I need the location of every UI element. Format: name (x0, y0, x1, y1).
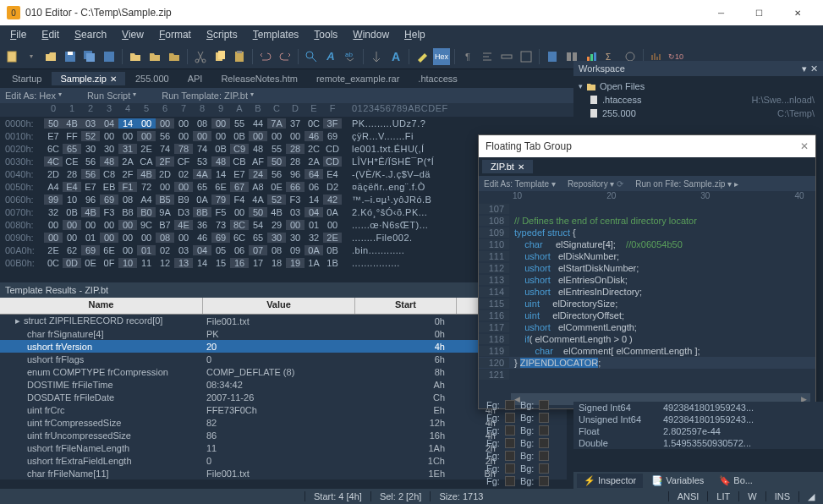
undo-icon[interactable] (257, 48, 274, 65)
hex-byte[interactable]: 55 (230, 118, 249, 129)
grid-icon[interactable] (518, 48, 535, 65)
hex-mode-icon[interactable]: Hex (433, 48, 450, 65)
hex-byte[interactable]: 00 (137, 118, 156, 129)
hex-ascii[interactable]: ........File002. (352, 233, 413, 243)
hex-byte[interactable]: 72 (137, 182, 156, 192)
hex-byte[interactable]: 00 (118, 245, 137, 255)
document-tab[interactable]: Startup (3, 72, 50, 85)
hex-byte[interactable]: 0C (44, 258, 63, 268)
run-script-dropdown[interactable]: Run Script ▾ (87, 90, 136, 101)
hex-byte[interactable]: 30 (81, 144, 100, 154)
hex-byte[interactable]: 48 (211, 156, 230, 167)
hex-byte[interactable]: AF (249, 156, 267, 167)
minimize-button[interactable]: ─ (702, 0, 740, 25)
code-line[interactable]: // Defines the end of central directory … (509, 216, 697, 226)
status-w[interactable]: W (738, 491, 765, 501)
hex-byte[interactable]: B5 (156, 194, 174, 205)
status-ins[interactable]: INS (765, 491, 798, 501)
document-tab[interactable]: 255.000 (127, 72, 178, 85)
hex-byte[interactable]: 42 (323, 194, 342, 205)
hex-byte[interactable]: 56 (267, 169, 286, 179)
hex-byte[interactable]: 2A (305, 156, 323, 167)
hex-byte[interactable]: 24 (249, 169, 267, 179)
cut-icon[interactable] (192, 48, 209, 65)
edit-as-dropdown[interactable]: Edit As: Hex ▾ (5, 90, 62, 101)
hex-byte[interactable]: F3 (100, 207, 118, 217)
hex-byte[interactable]: CD (323, 156, 342, 167)
hex-byte[interactable]: 19 (286, 258, 305, 268)
fgbg-row[interactable]: Fg:Bg: (486, 449, 564, 462)
hex-byte[interactable]: 00 (156, 118, 174, 129)
hex-byte[interactable]: 46 (305, 131, 323, 141)
hex-byte[interactable]: 0B (211, 144, 230, 154)
hex-byte[interactable]: 11 (137, 258, 156, 268)
inspector-row[interactable]: Float2.802597e-44 (573, 425, 823, 437)
hex-byte[interactable]: 44 (249, 118, 267, 129)
hex-byte[interactable]: 46 (193, 233, 211, 243)
text-a-icon[interactable]: A (387, 48, 404, 65)
hex-byte[interactable]: 00 (323, 220, 342, 230)
hex-byte[interactable]: 8B (193, 207, 211, 217)
menu-format[interactable]: Format (152, 27, 198, 42)
hex-byte[interactable]: 00 (100, 131, 118, 141)
document-tab[interactable]: API (179, 72, 211, 85)
hex-byte[interactable]: 2F (118, 169, 137, 179)
hex-byte[interactable]: 28 (63, 169, 81, 179)
close-button[interactable]: ✕ (778, 0, 816, 25)
hex-byte[interactable]: 4A (193, 169, 211, 179)
float-repo-dropdown[interactable]: Repository ▾ ⟳ (568, 179, 623, 189)
code-line[interactable]: ushort elStartDiskNumber; (509, 263, 639, 273)
table-row[interactable]: uint frCompressedSize8212h4h (0, 416, 567, 429)
hex-byte[interactable]: 00 (63, 220, 81, 230)
hex-byte[interactable]: E7 (44, 131, 63, 141)
hex-byte[interactable]: 2D (156, 169, 174, 179)
hex-byte[interactable]: 00 (267, 131, 286, 141)
hex-byte[interactable]: CE (63, 156, 81, 167)
hex-byte[interactable]: CF (174, 156, 193, 167)
floating-close-icon[interactable]: ✕ (800, 140, 809, 152)
hex-ascii[interactable]: LÎVH*Ê/ÏSHË¯P(*Í (352, 156, 434, 167)
hex-byte[interactable]: 01 (137, 245, 156, 255)
hex-byte[interactable]: FF (63, 131, 81, 141)
hex-byte[interactable]: 00 (100, 220, 118, 230)
hex-byte[interactable]: 00 (286, 131, 305, 141)
fgbg-row[interactable]: Fg:Bg: (486, 462, 564, 474)
hex-byte[interactable]: 06 (305, 182, 323, 192)
hex-byte[interactable]: 30 (267, 233, 286, 243)
hex-byte[interactable]: 16 (230, 258, 249, 268)
hex-byte[interactable]: A4 (137, 194, 156, 205)
menu-templates[interactable]: Templates (246, 27, 306, 42)
hex-byte[interactable]: 2F (156, 156, 174, 167)
open-icon[interactable] (42, 48, 59, 65)
variables-tab[interactable]: 📑Variables (645, 474, 711, 488)
hex-byte[interactable]: 00 (118, 220, 137, 230)
workspace-dropdown-icon[interactable]: ▾ (802, 63, 807, 74)
hex-byte[interactable]: 0B (63, 207, 81, 217)
hex-byte[interactable]: 4B (137, 169, 156, 179)
column-value[interactable]: Value (203, 298, 355, 314)
hex-byte[interactable]: 52 (267, 194, 286, 205)
goto-icon[interactable] (368, 48, 385, 65)
bookmarks-tab[interactable]: 🔖Bo... (712, 474, 760, 488)
hex-byte[interactable]: 96 (81, 194, 100, 205)
code-line[interactable]: ushort elEntriesOnDisk; (509, 275, 628, 285)
hex-byte[interactable]: 00 (137, 131, 156, 141)
hex-byte[interactable]: 14 (211, 169, 230, 179)
hex-byte[interactable]: 04 (305, 207, 323, 217)
hex-byte[interactable]: E4 (323, 169, 342, 179)
hex-byte[interactable]: 32 (305, 233, 323, 243)
hex-byte[interactable]: 17 (249, 258, 267, 268)
column-name[interactable]: Name (0, 298, 203, 314)
save-all-icon[interactable] (81, 48, 98, 65)
hex-byte[interactable]: 4E (174, 220, 193, 230)
workspace-file-item[interactable]: 255.000C:\Temp\ (577, 107, 820, 120)
calculator-icon[interactable] (544, 48, 561, 65)
hex-byte[interactable]: E7 (81, 182, 100, 192)
inspector-tab[interactable]: ⚡Inspector (577, 474, 643, 488)
hex-byte[interactable]: 15 (211, 258, 230, 268)
hex-byte[interactable]: 9C (137, 220, 156, 230)
hex-byte[interactable]: 78 (174, 144, 193, 154)
hex-byte[interactable]: 0C (305, 118, 323, 129)
hex-byte[interactable]: 00 (211, 131, 230, 141)
hex-byte[interactable]: 74 (193, 144, 211, 154)
